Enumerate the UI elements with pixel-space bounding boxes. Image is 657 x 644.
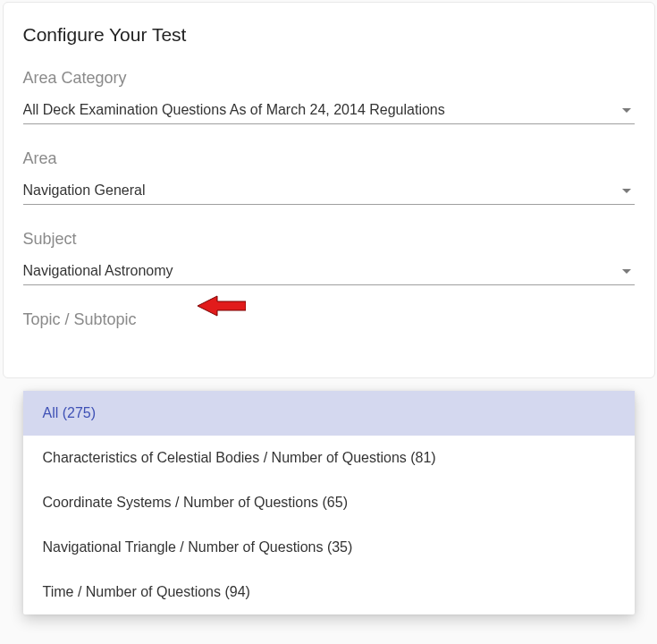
caret-down-icon <box>622 189 631 193</box>
select-subject[interactable]: Navigational Astronomy <box>23 263 635 285</box>
topic-option[interactable]: Characteristics of Celestial Bodies / Nu… <box>23 436 635 480</box>
label-topic: Topic / Subtopic <box>23 310 137 328</box>
field-subject: Subject Navigational Astronomy <box>23 230 635 285</box>
topic-option[interactable]: Coordinate Systems / Number of Questions… <box>23 480 635 525</box>
topic-option[interactable]: All (275) <box>23 391 635 436</box>
topic-dropdown-menu[interactable]: All (275)Characteristics of Celestial Bo… <box>23 391 635 614</box>
label-subject: Subject <box>23 230 635 249</box>
field-area: Area Navigation General <box>23 149 635 205</box>
field-topic: Topic / Subtopic <box>23 310 635 329</box>
page-title: Configure Your Test <box>23 24 635 46</box>
select-area-category[interactable]: All Deck Examination Questions As of Mar… <box>23 102 635 124</box>
config-card: Configure Your Test Area Category All De… <box>3 2 655 378</box>
caret-down-icon <box>622 108 631 113</box>
label-area: Area <box>23 149 635 168</box>
select-value-area: Navigation General <box>23 182 146 199</box>
select-value-subject: Navigational Astronomy <box>23 263 173 279</box>
label-area-category: Area Category <box>23 69 635 88</box>
topic-option[interactable]: Navigational Triangle / Number of Questi… <box>23 525 635 570</box>
caret-down-icon <box>622 269 631 274</box>
field-area-category: Area Category All Deck Examination Quest… <box>23 69 635 124</box>
topic-option[interactable]: Time / Number of Questions (94) <box>23 570 635 614</box>
select-value-area-category: All Deck Examination Questions As of Mar… <box>23 102 445 118</box>
select-area[interactable]: Navigation General <box>23 182 635 205</box>
